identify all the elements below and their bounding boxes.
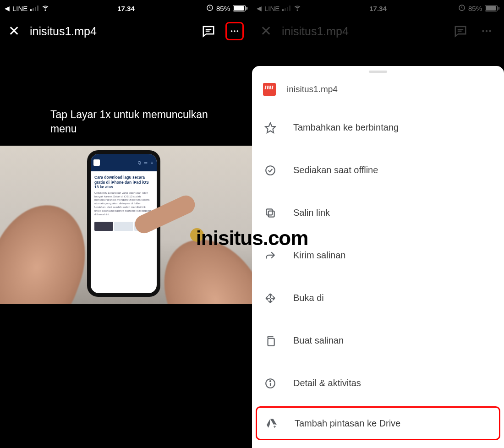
menu-item-make-copy[interactable]: Buat salinan: [252, 319, 504, 362]
rotation-lock-icon: [206, 4, 214, 13]
more-options-icon: [477, 22, 496, 40]
open-in-icon: [264, 292, 277, 304]
hand-left-illustration: [0, 191, 102, 304]
battery-icon: [485, 5, 499, 11]
svg-point-6: [237, 30, 239, 32]
share-icon: [264, 250, 277, 262]
svg-rect-16: [268, 211, 274, 217]
app-header: ✕ inisitus1.mp4: [0, 16, 252, 46]
svg-rect-17: [266, 209, 272, 215]
ring-illustration: [190, 228, 204, 242]
svg-point-12: [486, 30, 488, 32]
wifi-icon: [293, 4, 301, 13]
cellular-signal-icon: [30, 5, 38, 11]
menu-label: Salin link: [293, 208, 330, 218]
comment-icon[interactable]: [202, 24, 215, 38]
back-to-app-label[interactable]: LINE: [12, 5, 27, 12]
menu-list: Tambahkan ke berbintang Sediakan saat of…: [252, 106, 504, 448]
duplicate-icon: [264, 335, 277, 347]
menu-item-add-shortcut-drive[interactable]: + Tambah pintasan ke Drive: [256, 406, 500, 440]
status-time: 17.34: [117, 5, 135, 12]
screen-left: ◀ LINE 17.34 85%: [0, 0, 252, 448]
menu-label: Tambah pintasan ke Drive: [295, 418, 400, 429]
menu-label: Kirim salinan: [293, 250, 345, 261]
comment-icon: [454, 24, 467, 38]
menu-item-offline[interactable]: Sediakan saat offline: [252, 149, 504, 191]
file-title: inisitus1.mp4: [282, 25, 444, 38]
svg-marker-14: [265, 123, 275, 133]
video-file-icon: [263, 83, 276, 96]
svg-point-21: [270, 381, 271, 382]
menu-label: Buka di: [293, 293, 324, 303]
svg-rect-18: [268, 338, 274, 345]
menu-item-send-copy[interactable]: Kirim salinan: [252, 234, 504, 277]
menu-item-copy-link[interactable]: Salin link: [252, 191, 504, 234]
sheet-handle[interactable]: [369, 71, 387, 73]
rotation-lock-icon: [458, 4, 466, 13]
status-bar: ◀ LINE 17.34 85%: [0, 0, 252, 16]
instruction-line2: menu: [50, 122, 208, 136]
svg-point-13: [489, 30, 491, 32]
screen-right: ◀ LINE 17.34 85%: [252, 0, 504, 448]
cellular-signal-icon: [282, 5, 290, 11]
star-icon: [264, 122, 277, 134]
app-header-dimmed: ✕ inisitus1.mp4: [252, 16, 504, 46]
svg-marker-24: [267, 419, 270, 425]
instruction-overlay: Tap Layar 1x untuk memunculkan menu: [50, 108, 208, 136]
file-title: inisitus1.mp4: [30, 25, 192, 38]
menu-item-details[interactable]: Detail & aktivitas: [252, 362, 504, 404]
svg-point-7: [297, 10, 298, 11]
close-icon[interactable]: ✕: [8, 24, 20, 38]
video-preview[interactable]: Q ☰ ≡ Cara download lagu secara gratis d…: [0, 146, 252, 304]
svg-marker-23: [267, 425, 270, 428]
menu-label: Buat salinan: [293, 335, 344, 346]
phone-article-title: Cara download lagu secara gratis di iPho…: [94, 175, 153, 190]
back-to-app-caret[interactable]: ◀: [5, 5, 10, 12]
svg-point-11: [482, 30, 484, 32]
more-options-icon[interactable]: [225, 22, 244, 40]
back-to-app-caret[interactable]: ◀: [257, 5, 262, 12]
menu-item-star[interactable]: Tambahkan ke berbintang: [252, 106, 504, 149]
bottom-sheet: inisitus1.mp4 Tambahkan ke berbintang Se…: [252, 66, 504, 448]
svg-point-5: [234, 30, 236, 32]
instruction-line1: Tap Layar 1x untuk memunculkan: [50, 108, 208, 122]
sheet-filename: inisitus1.mp4: [287, 84, 338, 94]
info-icon: [264, 377, 277, 389]
svg-point-15: [266, 166, 275, 175]
battery-icon: [233, 5, 247, 11]
battery-percent: 85%: [216, 5, 230, 12]
battery-percent: 85%: [468, 5, 482, 12]
menu-label: Tambahkan ke berbintang: [293, 122, 399, 133]
svg-point-4: [231, 30, 233, 32]
menu-item-open-in[interactable]: Buka di: [252, 277, 504, 319]
wifi-icon: [41, 4, 49, 13]
copy-link-icon: [264, 207, 277, 219]
offline-icon: [264, 164, 277, 176]
menu-item-delete[interactable]: Hapus: [252, 442, 504, 448]
back-to-app-label[interactable]: LINE: [264, 5, 279, 12]
svg-point-0: [45, 10, 46, 11]
drive-add-icon: +: [265, 417, 278, 429]
svg-text:+: +: [274, 424, 276, 429]
menu-label: Detail & aktivitas: [293, 378, 361, 388]
close-icon: ✕: [260, 24, 272, 38]
menu-label: Sediakan saat offline: [293, 165, 378, 175]
status-bar: ◀ LINE 17.34 85%: [252, 0, 504, 16]
status-time: 17.34: [369, 5, 387, 12]
sheet-header: inisitus1.mp4: [252, 75, 504, 106]
